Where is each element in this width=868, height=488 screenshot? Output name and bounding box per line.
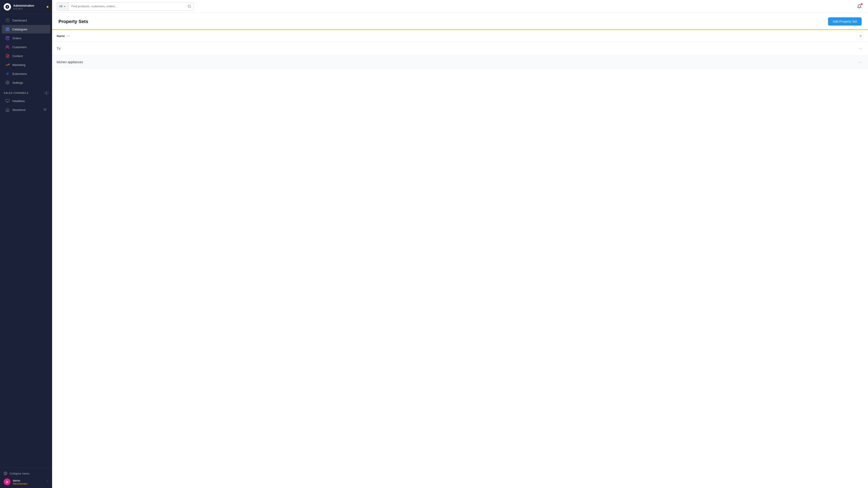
search-filter-dropdown[interactable]: All [57,2,68,10]
storefront-preview-icon[interactable] [43,108,46,112]
sidebar-label-dashboard: Dashboard [12,19,27,22]
add-sales-channel-button[interactable]: + [44,91,49,95]
property-sets-table: Name ⋯ [52,30,868,69]
sidebar-item-settings[interactable]: Settings [2,78,50,87]
sidebar-item-marketing[interactable]: Marketing [2,61,50,69]
headless-icon [5,99,9,103]
svg-point-1 [7,6,8,7]
svg-point-17 [4,472,7,475]
table-body: TV ⋯ kitchen appliances ⋯ [52,42,868,69]
column-name-menu-icon[interactable]: ⋯ [66,34,70,38]
sidebar-item-orders[interactable]: Orders [2,34,50,42]
extensions-icon [5,72,9,76]
property-sets-table-container: Name ⋯ [52,30,868,69]
row-name-tv: TV [52,42,852,56]
search-input[interactable] [68,2,185,10]
content-area: Property Sets Add Property Set Name ⋯ [52,13,868,488]
sales-channels-label: Sales Channels [4,92,29,94]
topbar: All [52,0,868,13]
svg-rect-5 [8,30,9,31]
catalogues-icon [5,27,9,31]
svg-point-16 [44,109,45,110]
marketing-icon [5,63,9,67]
svg-rect-13 [6,99,9,102]
row-actions-tv: ⋯ [852,42,868,56]
sidebar-label-settings: Settings [12,81,23,85]
app-version: 6.4.14.0 [13,7,34,10]
sales-channels-section: Sales Channels + Headless [0,87,52,116]
settings-icon [5,80,9,85]
app-info: Administration 6.4.14.0 [13,4,34,10]
sidebar-label-customers: Customers [12,45,27,49]
collapse-menu-button[interactable]: Collapse menu [4,470,49,477]
user-role: Administrator [13,482,44,485]
svg-rect-3 [6,28,7,29]
sidebar-item-content[interactable]: Content [2,52,50,60]
sidebar-item-catalogues[interactable]: Catalogues [2,25,50,34]
row-actions-kitchen: ⋯ [852,56,868,69]
customers-icon [5,45,9,49]
main-content: All Property Se [52,0,868,488]
row-name-kitchen: kitchen appliances [52,56,852,69]
sidebar-label-marketing: Marketing [12,63,25,67]
notification-button[interactable] [855,2,863,10]
orders-icon [5,36,9,40]
svg-line-19 [190,7,191,8]
sidebar-label-storefront: Storefront [12,108,25,111]
content-icon [5,54,9,58]
svg-point-18 [188,5,190,7]
dashboard-icon [5,18,9,22]
page-title: Property Sets [59,19,88,24]
user-profile[interactable]: D demo Administrator ⌃ [4,479,49,485]
table-row: kitchen appliances ⋯ [52,56,868,69]
table-config-button[interactable] [857,33,864,39]
svg-rect-6 [6,30,7,31]
add-property-set-button[interactable]: Add Property Set [828,18,862,26]
svg-point-11 [7,73,8,74]
user-info: demo Administrator [13,479,44,485]
column-header-actions [852,30,868,42]
sidebar-item-headless[interactable]: Headless [2,97,50,105]
table-header: Name ⋯ [52,30,868,42]
storefront-icon [5,108,9,112]
app-name: Administration [13,4,34,7]
sidebar-footer: Collapse menu D demo Administrator ⌃ [0,467,52,488]
sidebar: Administration 6.4.14.0 Dashboard Catalo… [0,0,52,488]
app-logo [4,3,11,10]
avatar: D [4,479,10,485]
page-header: Property Sets Add Property Set [52,13,868,30]
sidebar-label-orders: Orders [12,36,22,40]
sidebar-item-dashboard[interactable]: Dashboard [2,16,50,25]
sidebar-item-customers[interactable]: Customers [2,43,50,51]
column-name-label: Name [57,34,65,38]
user-chevron-icon: ⌃ [46,480,49,483]
sidebar-item-storefront[interactable]: Storefront [2,105,50,114]
search-filter-label: All [59,5,62,8]
table-row: TV ⋯ [52,42,868,56]
sales-channels-header: Sales Channels + [0,89,52,96]
svg-point-8 [6,45,8,47]
search-submit-button[interactable] [185,5,193,8]
sidebar-label-catalogues: Catalogues [12,28,27,31]
sidebar-nav: Dashboard Catalogues Orders [0,14,52,467]
notification-dot [861,3,863,5]
sidebar-label-headless: Headless [12,99,25,103]
topbar-right [855,2,863,10]
sidebar-label-extensions: Extensions [12,72,27,75]
status-dot [46,6,49,8]
column-header-name: Name ⋯ [52,30,852,42]
collapse-menu-label: Collapse menu [9,472,29,475]
svg-point-12 [7,82,8,83]
search-wrapper: All [57,2,194,11]
user-name: demo [13,479,44,482]
row-menu-button-tv[interactable]: ⋯ [857,45,864,52]
row-menu-button-kitchen[interactable]: ⋯ [857,59,864,66]
sidebar-label-content: Content [12,54,23,58]
sidebar-header: Administration 6.4.14.0 [0,0,52,14]
svg-rect-4 [8,28,9,29]
sidebar-item-extensions[interactable]: Extensions [2,69,50,78]
